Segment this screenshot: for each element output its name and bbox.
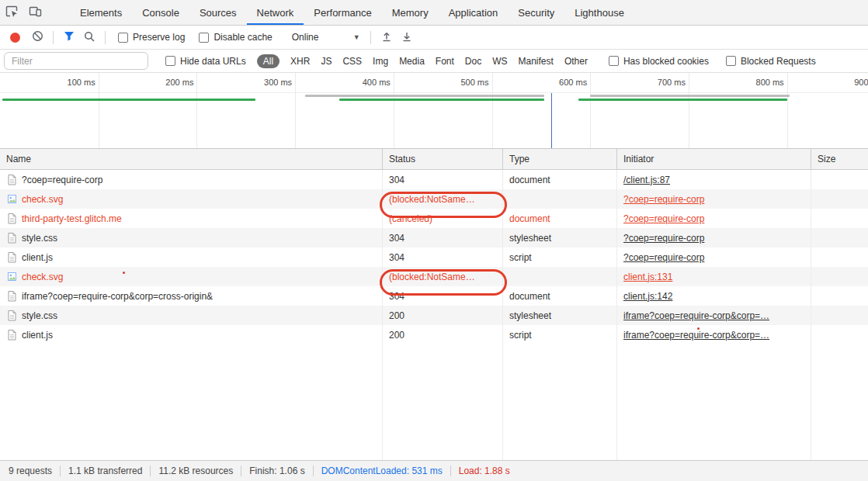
tab-elements[interactable]: Elements: [70, 0, 132, 25]
device-toolbar-button[interactable]: [23, 0, 47, 25]
request-row[interactable]: style.css304stylesheet?coep=require-corp: [0, 228, 868, 247]
tab-application[interactable]: Application: [439, 0, 509, 25]
initiator-link[interactable]: client.js:142: [623, 291, 672, 302]
request-row[interactable]: client.js304script?coep=require-corp: [0, 247, 868, 267]
inspect-element-button[interactable]: [0, 0, 23, 25]
request-name-cell: iframe?coep=require-corp&corp=cross-orig…: [0, 290, 383, 302]
column-header-type[interactable]: Type: [503, 149, 617, 169]
document-icon: [7, 174, 17, 185]
request-name: iframe?coep=require-corp&corp=cross-orig…: [22, 291, 213, 302]
waterfall-bar: [590, 95, 790, 97]
ruler-baseline: [0, 92, 868, 93]
initiator-link[interactable]: iframe?coep=require-corp&corp=…: [623, 330, 769, 341]
column-header-name[interactable]: Name: [0, 149, 383, 169]
column-separator[interactable]: [616, 170, 617, 460]
request-initiator-cell: iframe?coep=require-corp&corp=…: [617, 330, 811, 341]
hide-data-urls-toggle[interactable]: Hide data URLs: [165, 56, 246, 67]
request-type-cell: document: [503, 213, 617, 224]
filter-type-js[interactable]: JS: [321, 56, 332, 67]
filter-type-ws[interactable]: WS: [492, 56, 507, 67]
preserve-log-checkbox[interactable]: [118, 33, 128, 43]
column-header-status[interactable]: Status: [383, 149, 503, 169]
timeline-tick-label: 300 ms: [264, 78, 292, 87]
summary-resources: 11.2 kB resources: [158, 465, 233, 476]
import-har-button[interactable]: [377, 31, 397, 44]
filter-toggle-button[interactable]: [59, 31, 79, 43]
device-toolbar-icon: [29, 5, 42, 19]
column-separator[interactable]: [382, 170, 383, 460]
initiator-link[interactable]: client.js:131: [623, 272, 672, 282]
export-har-button[interactable]: [397, 31, 417, 44]
request-rows: ?coep=require-corp304document/client.js:…: [0, 170, 868, 344]
request-row[interactable]: iframe?coep=require-corp&corp=cross-orig…: [0, 286, 868, 306]
tab-performance[interactable]: Performance: [304, 0, 381, 25]
has-blocked-cookies-checkbox[interactable]: [609, 56, 619, 66]
blocked-requests-toggle[interactable]: Blocked Requests: [726, 56, 816, 67]
throttling-select[interactable]: Online ▼: [292, 32, 360, 43]
request-name-cell: third-party-test.glitch.me: [0, 213, 383, 224]
request-row[interactable]: third-party-test.glitch.me(canceled)docu…: [0, 209, 868, 228]
network-toolbar: Preserve log Disable cache Online ▼: [0, 26, 868, 50]
request-row[interactable]: client.js200scriptiframe?coep=require-co…: [0, 325, 868, 344]
filter-type-all[interactable]: All: [257, 54, 279, 68]
initiator-link[interactable]: ?coep=require-corp: [623, 213, 704, 224]
initiator-link[interactable]: /client.js:87: [623, 175, 670, 185]
filter-type-manifest[interactable]: Manifest: [519, 56, 554, 67]
request-row[interactable]: style.css200stylesheetiframe?coep=requir…: [0, 306, 868, 325]
clear-button[interactable]: [27, 30, 47, 44]
search-icon: [84, 31, 95, 44]
preserve-log-toggle[interactable]: Preserve log: [118, 32, 185, 43]
tab-memory[interactable]: Memory: [382, 0, 439, 25]
filter-type-img[interactable]: Img: [373, 56, 388, 67]
timeline-tick-label: 700 ms: [658, 78, 686, 87]
has-blocked-cookies-toggle[interactable]: Has blocked cookies: [609, 56, 709, 67]
request-row[interactable]: check.svg(blocked:NotSame…?coep=require-…: [0, 189, 868, 209]
blocked-requests-checkbox[interactable]: [726, 56, 736, 66]
initiator-link[interactable]: iframe?coep=require-corp&corp=…: [623, 310, 769, 321]
filter-input[interactable]: [4, 52, 148, 70]
search-button[interactable]: [79, 31, 99, 44]
request-initiator-cell: ?coep=require-corp: [617, 213, 811, 224]
hide-data-urls-label: Hide data URLs: [180, 56, 246, 67]
filter-type-font[interactable]: Font: [436, 56, 454, 67]
filter-type-doc[interactable]: Doc: [465, 56, 481, 67]
filter-type-xhr[interactable]: XHR: [290, 56, 310, 67]
record-button[interactable]: [10, 33, 20, 43]
initiator-link[interactable]: ?coep=require-corp: [623, 233, 704, 244]
request-name-cell: check.svg: [0, 271, 383, 282]
filter-type-css[interactable]: CSS: [342, 56, 362, 67]
hide-data-urls-checkbox[interactable]: [165, 56, 175, 66]
timeline-gridline: [590, 73, 591, 148]
summary-divider: [150, 465, 151, 476]
disable-cache-label: Disable cache: [214, 32, 272, 43]
toolbar-divider: [105, 31, 106, 44]
initiator-link[interactable]: ?coep=require-corp: [623, 252, 704, 263]
request-row[interactable]: ?coep=require-corp304document/client.js:…: [0, 170, 868, 189]
image-icon: [7, 271, 17, 282]
column-separator[interactable]: [502, 170, 503, 460]
chevron-down-icon: ▼: [353, 33, 360, 41]
timeline-tick-label: 500 ms: [460, 78, 488, 87]
request-row[interactable]: check.svg(blocked:NotSame…client.js:131: [0, 267, 868, 286]
overview-timeline[interactable]: 100 ms200 ms300 ms400 ms500 ms600 ms700 …: [0, 73, 868, 149]
document-icon: [7, 213, 17, 224]
column-header-initiator[interactable]: Initiator: [617, 149, 811, 169]
request-name: style.css: [22, 233, 57, 244]
filter-type-other[interactable]: Other: [564, 56, 588, 67]
timeline-tick-label: 800 ms: [756, 78, 784, 87]
request-name: client.js: [22, 330, 53, 341]
filter-row: Hide data URLs All XHRJSCSSImgMediaFontD…: [0, 50, 868, 73]
initiator-link[interactable]: ?coep=require-corp: [623, 194, 704, 205]
tab-lighthouse[interactable]: Lighthouse: [564, 0, 634, 25]
filter-type-media[interactable]: Media: [399, 56, 425, 67]
column-header-size[interactable]: Size: [811, 149, 868, 169]
tab-network[interactable]: Network: [247, 0, 304, 25]
clear-icon: [32, 30, 43, 44]
request-name: ?coep=require-corp: [22, 175, 102, 185]
disable-cache-toggle[interactable]: Disable cache: [199, 32, 272, 43]
tab-security[interactable]: Security: [508, 0, 564, 25]
tab-sources[interactable]: Sources: [189, 0, 247, 25]
disable-cache-checkbox[interactable]: [199, 33, 209, 43]
column-separator[interactable]: [811, 170, 811, 460]
tab-console[interactable]: Console: [132, 0, 189, 25]
